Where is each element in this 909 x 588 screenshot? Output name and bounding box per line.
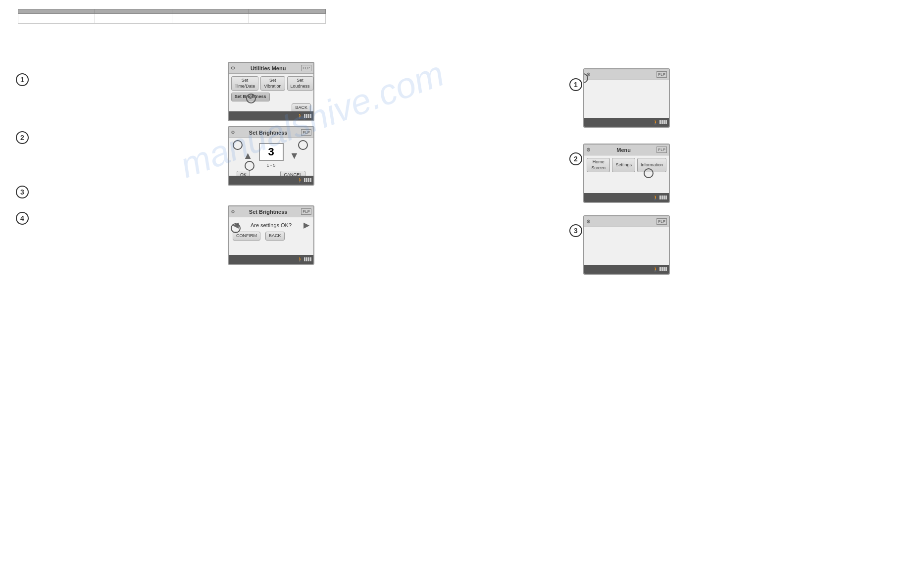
- settings-button[interactable]: Settings: [612, 158, 635, 172]
- screen3-walk-icon: 🚶: [297, 257, 303, 262]
- callout-right2: [644, 168, 654, 178]
- step-4-left: 4: [16, 212, 29, 225]
- screen2-walk-icon: 🚶: [297, 178, 303, 183]
- callout-ok: [245, 161, 254, 171]
- right-screen3-settings-icon: ⚙: [586, 219, 591, 224]
- screen2-footer: 🚶: [229, 176, 313, 185]
- right-screen1-walk-icon: 🚶: [653, 120, 658, 125]
- right-screen3-flip-icon: FLP: [656, 218, 667, 225]
- right-screen3-battery: [659, 267, 667, 271]
- table-cell-3: [172, 14, 249, 24]
- col-header-4: [249, 9, 325, 14]
- screen2-settings-icon: ⚙: [231, 130, 235, 135]
- brightness-value-container: 3 1 - 5: [259, 141, 284, 170]
- screen1-btn-row1: Set Time/Date Set Vibration Set Loudness: [231, 76, 311, 91]
- right-screen1-right-icon: FLP: [656, 71, 667, 78]
- callout-up: [233, 140, 243, 150]
- right-screen3-walk-icon: 🚶: [653, 267, 658, 272]
- back-button-3[interactable]: BACK: [265, 232, 285, 241]
- right-screen2-btn-row: Home Screen Settings Information: [587, 158, 666, 172]
- callout-confirm: [231, 223, 241, 233]
- right-screen1-content: [584, 80, 669, 121]
- confirm-nav: ◀ Are settings OK? ▶: [233, 220, 309, 230]
- screen2-battery: [304, 178, 311, 182]
- screen3-title: Set Brightness: [235, 209, 301, 215]
- bottom-table: [18, 9, 326, 24]
- col-header-1: [18, 9, 95, 14]
- step-2-right: 2: [569, 152, 582, 165]
- screen1-btn-row2: Set Brightness: [231, 93, 311, 101]
- step-1-left: 1: [16, 73, 29, 86]
- right-screen2-walk-icon: 🚶: [653, 195, 658, 200]
- screen1-header: ⚙ Utilities Menu FLP: [229, 63, 313, 74]
- set-brightness-screen: ⚙ Set Brightness FLP ▲ 3 1 - 5 ▼ OK CAN: [228, 126, 314, 186]
- set-loudness-button[interactable]: Set Loudness: [287, 76, 313, 91]
- screen3-settings-icon: ⚙: [231, 209, 235, 214]
- utilities-menu-screen: ⚙ Utilities Menu FLP Set Time/Date Set V…: [228, 62, 314, 121]
- set-time-date-button[interactable]: Set Time/Date: [231, 76, 258, 91]
- screen2-content: ▲ 3 1 - 5 ▼ OK CANCEL: [229, 138, 313, 182]
- confirm-question: Are settings OK?: [239, 222, 303, 228]
- screen3-footer: 🚶: [229, 255, 313, 264]
- right-screen1-battery: [659, 120, 667, 124]
- right-screen2-title: Menu: [591, 147, 656, 153]
- callout-down: [298, 140, 308, 150]
- screen1-content: Set Time/Date Set Vibration Set Loudness…: [229, 74, 313, 115]
- step-1-right: 1: [569, 78, 582, 91]
- table-header-row: [18, 9, 326, 14]
- right-screen3-footer: 🚶: [584, 265, 669, 274]
- confirm-buttons: CONFIRM BACK: [233, 232, 309, 241]
- right-screen1-header: ⚙ FLP: [584, 69, 669, 80]
- right-screen3-content: [584, 227, 669, 268]
- table-cell-4: [249, 14, 325, 24]
- right-screen2-battery: [659, 196, 667, 199]
- right-screen2: ⚙ Menu FLP Home Screen Settings Informat…: [583, 144, 670, 203]
- brightness-down-arrow[interactable]: ▼: [290, 150, 300, 161]
- screen1-flip-icon: FLP: [301, 65, 311, 71]
- home-screen-button[interactable]: Home Screen: [587, 158, 610, 172]
- screen3-header: ⚙ Set Brightness FLP: [229, 206, 313, 217]
- right-screen1-footer: 🚶: [584, 118, 669, 127]
- right-screen2-footer: 🚶: [584, 193, 669, 202]
- screen3-content: ◀ Are settings OK? ▶ CONFIRM BACK: [229, 217, 313, 244]
- step-3-right: 3: [569, 224, 582, 237]
- screen1-walk-icon: 🚶: [297, 113, 303, 119]
- table-cell-2: [95, 14, 172, 24]
- callout-1: [246, 94, 256, 103]
- screen2-title: Set Brightness: [235, 130, 301, 136]
- col-header-3: [172, 9, 249, 14]
- screen3-battery: [304, 257, 311, 261]
- screen2-flip-icon: FLP: [301, 129, 311, 136]
- table-row: [18, 14, 326, 24]
- right-screen2-settings-icon: ⚙: [586, 147, 591, 152]
- screen1-battery: [304, 114, 311, 118]
- set-vibration-button[interactable]: Set Vibration: [260, 76, 285, 91]
- step-2-left: 2: [16, 131, 29, 144]
- brightness-up-arrow[interactable]: ▲: [243, 150, 253, 161]
- screen1-footer: 🚶: [229, 111, 313, 120]
- brightness-value: 3: [259, 143, 284, 161]
- right-screen2-flip-icon: FLP: [656, 147, 667, 153]
- confirm-right-arrow[interactable]: ▶: [303, 220, 309, 230]
- screen1-settings-icon: ⚙: [231, 65, 235, 71]
- right-screen2-content: Home Screen Settings Information: [584, 155, 669, 177]
- step-3-left: 3: [16, 186, 29, 198]
- confirm-screen: ⚙ Set Brightness FLP ◀ Are settings OK? …: [228, 205, 314, 265]
- right-screen2-header: ⚙ Menu FLP: [584, 145, 669, 155]
- right-screen3: ⚙ FLP 🚶: [583, 215, 670, 275]
- right-screen3-header: ⚙ FLP: [584, 216, 669, 227]
- screen3-flip-icon: FLP: [301, 208, 311, 215]
- right-screen1: ⚙ FLP 🚶: [583, 68, 670, 128]
- screen1-title: Utilities Menu: [235, 65, 301, 71]
- table-cell-1: [18, 14, 95, 24]
- col-header-2: [95, 9, 172, 14]
- brightness-range: 1 - 5: [266, 163, 275, 168]
- screen2-header: ⚙ Set Brightness FLP: [229, 127, 313, 138]
